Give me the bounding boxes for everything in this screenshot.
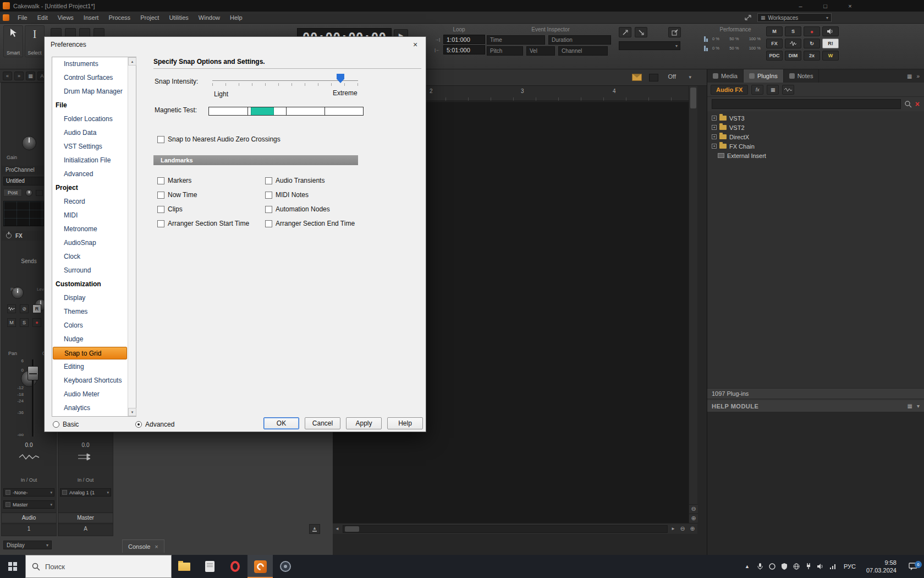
mini-toggle[interactable]	[36, 190, 43, 196]
language-indicator[interactable]: РУС	[839, 563, 861, 570]
pref-item-display[interactable]: Display	[52, 291, 128, 305]
tree-item-fx-chain[interactable]: + FX Chain	[707, 141, 924, 151]
vertical-scrollbar[interactable]: ⊖ ⊕	[689, 86, 697, 523]
help-button[interactable]: Help	[387, 417, 423, 429]
loop-start-field[interactable]: 1:01:000	[443, 35, 485, 44]
envelope-icon[interactable]	[632, 74, 642, 81]
pref-item-control-surfaces[interactable]: Control Surfaces	[52, 71, 128, 85]
expand-plus-icon[interactable]: +	[712, 125, 717, 130]
record-arm-button[interactable]: ●	[804, 26, 820, 36]
pref-item-instruments[interactable]: Instruments	[52, 57, 128, 71]
solo-all-button[interactable]: S	[785, 26, 801, 36]
expand-plus-icon[interactable]: +	[712, 116, 717, 121]
post-button[interactable]: Post	[3, 189, 22, 197]
scrollbar-thumb[interactable]	[690, 88, 696, 108]
checkbox-clips[interactable]: Clips	[157, 205, 265, 213]
ok-button[interactable]: OK	[263, 417, 299, 429]
gain-knob[interactable]	[22, 136, 36, 150]
start-button[interactable]	[0, 555, 25, 578]
pref-item-audio-meter[interactable]: Audio Meter	[52, 388, 128, 401]
expand-arrows-icon[interactable]	[744, 14, 752, 21]
record-button[interactable]: ●	[32, 318, 41, 327]
tab-media[interactable]: Media	[707, 69, 744, 83]
cancel-button[interactable]: Cancel	[305, 417, 340, 429]
taskbar-app-opera[interactable]	[222, 555, 248, 578]
layout-grid-icon[interactable]: ▦	[767, 85, 779, 95]
bypass-icon[interactable]: ⊘	[20, 304, 29, 313]
undock-icon[interactable]: ▦	[907, 73, 912, 79]
inspector-vel-field[interactable]: Vel	[526, 46, 555, 56]
pref-item-editing[interactable]: Editing	[52, 360, 128, 374]
taskbar-search[interactable]: Поиск	[25, 555, 172, 578]
inspector-pitch-field[interactable]: Pitch	[487, 46, 523, 56]
checkbox-now-time[interactable]: Now Time	[157, 191, 265, 199]
pref-item-keyboard-shortcuts[interactable]: Keyboard Shortcuts	[52, 374, 128, 388]
checkbox-box[interactable]	[265, 206, 272, 213]
radio-circle[interactable]	[135, 421, 142, 428]
intensity-slider-track[interactable]	[212, 80, 358, 81]
scroll-down-icon[interactable]: ▼	[128, 408, 136, 416]
radio-basic[interactable]: Basic	[53, 421, 79, 428]
checkbox-box[interactable]	[157, 206, 164, 213]
select-tool-button[interactable]: I Select	[25, 25, 45, 57]
smart-tool-button[interactable]: Smart	[3, 25, 23, 57]
close-button[interactable]: ×	[838, 0, 862, 12]
bus-routing-icon[interactable]	[58, 453, 113, 461]
apply-button[interactable]: Apply	[346, 417, 382, 429]
pref-item-record[interactable]: Record	[52, 195, 128, 209]
scroll-right-icon[interactable]: ►	[669, 524, 678, 535]
pref-item-themes[interactable]: Themes	[52, 305, 128, 319]
checkbox-box[interactable]	[157, 192, 164, 199]
menu-file[interactable]: File	[13, 12, 32, 24]
tray-volume-icon[interactable]	[815, 563, 827, 570]
screenset-link-icon[interactable]	[619, 27, 631, 37]
loop-start-icon[interactable]: →|	[433, 37, 442, 42]
loop-end-icon[interactable]: |←	[433, 47, 442, 52]
dock-right-icon[interactable]: »	[14, 72, 24, 80]
record-arm-button[interactable]: R	[32, 304, 41, 313]
menu-project[interactable]: Project	[135, 12, 164, 24]
zoom-out-button[interactable]: ⊖	[678, 524, 688, 535]
pref-item-nudge[interactable]: Nudge	[52, 332, 128, 346]
fx-global-button[interactable]: FX	[766, 39, 783, 48]
radio-circle[interactable]	[53, 421, 59, 428]
checkbox-midi-notes[interactable]: MIDI Notes	[265, 191, 403, 199]
search-icon[interactable]	[904, 100, 912, 108]
pdc-button[interactable]: PDC	[766, 51, 783, 61]
pref-item-drum-map-manager[interactable]: Drum Map Manager	[52, 85, 128, 99]
menu-help[interactable]: Help	[225, 12, 248, 24]
2x-button[interactable]: 2x	[804, 51, 820, 61]
inspector-time-field[interactable]: Time	[487, 35, 545, 45]
fx-add-icon[interactable]: fx	[751, 85, 763, 95]
chevron-down-icon[interactable]: ▾	[689, 74, 691, 80]
fader-handle[interactable]	[28, 366, 38, 380]
minimize-button[interactable]: –	[788, 0, 813, 12]
tray-expand-icon[interactable]: ▲	[740, 564, 754, 569]
taskbar-app-cakewalk[interactable]	[248, 555, 273, 578]
pref-item-vst-settings[interactable]: VST Settings	[52, 140, 128, 154]
reload-button[interactable]: ↻	[804, 39, 820, 48]
tray-circle-icon[interactable]	[766, 563, 778, 570]
sidebar-scrollbar[interactable]: ▲ ▼	[128, 57, 136, 416]
taskbar-app-notepad[interactable]	[197, 555, 222, 578]
magnetic-test-block[interactable]	[251, 107, 274, 115]
checkbox-audio-transients[interactable]: Audio Transients	[265, 177, 403, 184]
audio-fx-tab[interactable]: Audio FX	[711, 85, 748, 95]
eject-button[interactable]: ▲	[309, 524, 320, 534]
menu-edit[interactable]: Edit	[32, 12, 53, 24]
output-select[interactable]: Master ▾	[3, 500, 54, 509]
tray-mic-icon[interactable]	[754, 563, 766, 570]
checkbox-box[interactable]	[157, 220, 164, 227]
console-tab[interactable]: Console ×	[122, 539, 164, 553]
tray-globe-icon[interactable]	[790, 563, 802, 570]
close-icon[interactable]: ×	[155, 543, 158, 550]
tree-item-vst2[interactable]: + VST2	[707, 123, 924, 132]
dialog-close-icon[interactable]: ×	[408, 39, 422, 50]
taskbar-app-other[interactable]	[273, 555, 298, 578]
screenset-float-icon[interactable]	[635, 27, 647, 37]
clear-search-icon[interactable]: ×	[915, 100, 920, 108]
chevron-down-icon[interactable]: ▾	[917, 403, 920, 409]
maximize-button[interactable]: □	[813, 0, 838, 12]
radio-advanced[interactable]: Advanced	[135, 421, 174, 428]
pref-item-midi[interactable]: MIDI	[52, 209, 128, 222]
